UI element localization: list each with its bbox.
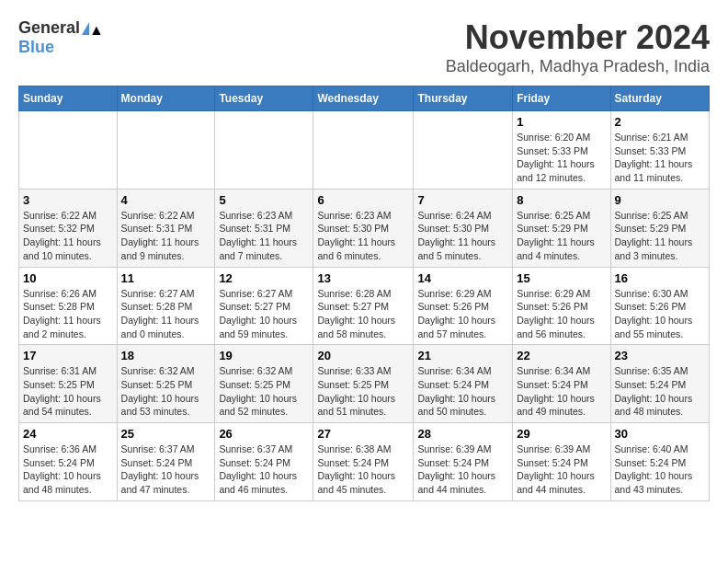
day-number: 11 bbox=[121, 271, 211, 285]
day-number: 7 bbox=[417, 193, 508, 207]
calendar-week-row: 17Sunrise: 6:31 AM Sunset: 5:25 PM Dayli… bbox=[19, 345, 710, 423]
day-info: Sunrise: 6:29 AM Sunset: 5:26 PM Dayligh… bbox=[517, 288, 595, 339]
day-number: 21 bbox=[417, 349, 508, 362]
day-number: 23 bbox=[615, 349, 705, 362]
calendar-cell: 4Sunrise: 6:22 AM Sunset: 5:31 PM Daylig… bbox=[117, 189, 215, 267]
day-number: 4 bbox=[121, 193, 211, 207]
calendar-cell bbox=[414, 111, 513, 190]
calendar-cell: 30Sunrise: 6:40 AM Sunset: 5:24 PM Dayli… bbox=[610, 423, 709, 501]
day-info: Sunrise: 6:30 AM Sunset: 5:26 PM Dayligh… bbox=[615, 288, 693, 339]
calendar-table: SundayMondayTuesdayWednesdayThursdayFrid… bbox=[18, 86, 710, 501]
calendar-week-row: 24Sunrise: 6:36 AM Sunset: 5:24 PM Dayli… bbox=[19, 423, 710, 501]
day-info: Sunrise: 6:20 AM Sunset: 5:33 PM Dayligh… bbox=[517, 132, 595, 183]
calendar-cell: 14Sunrise: 6:29 AM Sunset: 5:26 PM Dayli… bbox=[414, 267, 513, 345]
logo: General ▲ Blue bbox=[18, 18, 89, 57]
day-number: 10 bbox=[23, 271, 113, 285]
day-number: 20 bbox=[317, 349, 409, 362]
calendar-cell: 17Sunrise: 6:31 AM Sunset: 5:25 PM Dayli… bbox=[19, 345, 118, 423]
calendar-cell: 25Sunrise: 6:37 AM Sunset: 5:24 PM Dayli… bbox=[117, 423, 215, 501]
weekday-header: Saturday bbox=[610, 86, 709, 111]
day-number: 2 bbox=[615, 115, 705, 129]
title-section: November 2024 Baldeogarh, Madhya Pradesh… bbox=[446, 18, 710, 76]
day-number: 18 bbox=[121, 349, 211, 362]
calendar-cell: 2Sunrise: 6:21 AM Sunset: 5:33 PM Daylig… bbox=[610, 111, 709, 190]
day-info: Sunrise: 6:39 AM Sunset: 5:24 PM Dayligh… bbox=[517, 443, 595, 495]
calendar-cell: 23Sunrise: 6:35 AM Sunset: 5:24 PM Dayli… bbox=[610, 345, 709, 423]
day-number: 29 bbox=[517, 427, 606, 441]
day-number: 25 bbox=[121, 427, 211, 441]
calendar-cell: 11Sunrise: 6:27 AM Sunset: 5:28 PM Dayli… bbox=[117, 267, 215, 345]
calendar-cell: 19Sunrise: 6:32 AM Sunset: 5:25 PM Dayli… bbox=[215, 345, 313, 423]
day-info: Sunrise: 6:34 AM Sunset: 5:24 PM Dayligh… bbox=[517, 365, 595, 417]
calendar-cell: 27Sunrise: 6:38 AM Sunset: 5:24 PM Dayli… bbox=[313, 423, 414, 501]
calendar-cell: 20Sunrise: 6:33 AM Sunset: 5:25 PM Dayli… bbox=[313, 345, 414, 423]
day-number: 22 bbox=[517, 349, 606, 362]
day-number: 17 bbox=[23, 349, 113, 362]
header: General ▲ Blue November 2024 Baldeogarh,… bbox=[18, 18, 710, 76]
day-number: 15 bbox=[517, 271, 606, 285]
day-info: Sunrise: 6:27 AM Sunset: 5:27 PM Dayligh… bbox=[219, 288, 297, 339]
calendar-cell bbox=[19, 111, 118, 190]
calendar-week-row: 3Sunrise: 6:22 AM Sunset: 5:32 PM Daylig… bbox=[19, 189, 710, 267]
day-number: 27 bbox=[317, 427, 409, 441]
day-info: Sunrise: 6:38 AM Sunset: 5:24 PM Dayligh… bbox=[317, 443, 395, 495]
day-info: Sunrise: 6:36 AM Sunset: 5:24 PM Dayligh… bbox=[23, 443, 101, 495]
day-number: 12 bbox=[219, 271, 309, 285]
calendar-cell: 13Sunrise: 6:28 AM Sunset: 5:27 PM Dayli… bbox=[313, 267, 414, 345]
day-info: Sunrise: 6:33 AM Sunset: 5:25 PM Dayligh… bbox=[317, 365, 395, 417]
day-info: Sunrise: 6:22 AM Sunset: 5:32 PM Dayligh… bbox=[23, 210, 101, 261]
day-number: 9 bbox=[615, 193, 705, 207]
calendar-cell: 6Sunrise: 6:23 AM Sunset: 5:30 PM Daylig… bbox=[313, 189, 414, 267]
day-info: Sunrise: 6:25 AM Sunset: 5:29 PM Dayligh… bbox=[517, 210, 595, 261]
day-info: Sunrise: 6:22 AM Sunset: 5:31 PM Dayligh… bbox=[121, 210, 199, 261]
logo-blue-text: Blue bbox=[18, 38, 54, 57]
calendar-cell: 10Sunrise: 6:26 AM Sunset: 5:28 PM Dayli… bbox=[19, 267, 118, 345]
day-number: 28 bbox=[417, 427, 508, 441]
calendar-cell: 8Sunrise: 6:25 AM Sunset: 5:29 PM Daylig… bbox=[513, 189, 610, 267]
weekday-header: Wednesday bbox=[313, 86, 414, 111]
day-info: Sunrise: 6:40 AM Sunset: 5:24 PM Dayligh… bbox=[615, 443, 693, 495]
calendar-cell: 16Sunrise: 6:30 AM Sunset: 5:26 PM Dayli… bbox=[610, 267, 709, 345]
day-info: Sunrise: 6:37 AM Sunset: 5:24 PM Dayligh… bbox=[121, 443, 199, 495]
day-info: Sunrise: 6:27 AM Sunset: 5:28 PM Dayligh… bbox=[121, 288, 199, 339]
day-info: Sunrise: 6:21 AM Sunset: 5:33 PM Dayligh… bbox=[615, 132, 693, 183]
day-info: Sunrise: 6:28 AM Sunset: 5:27 PM Dayligh… bbox=[317, 288, 395, 339]
day-number: 3 bbox=[23, 193, 113, 207]
calendar-cell: 5Sunrise: 6:23 AM Sunset: 5:31 PM Daylig… bbox=[215, 189, 313, 267]
day-number: 26 bbox=[219, 427, 309, 441]
day-info: Sunrise: 6:35 AM Sunset: 5:24 PM Dayligh… bbox=[615, 365, 693, 417]
calendar-cell: 22Sunrise: 6:34 AM Sunset: 5:24 PM Dayli… bbox=[513, 345, 610, 423]
day-info: Sunrise: 6:31 AM Sunset: 5:25 PM Dayligh… bbox=[23, 365, 101, 417]
day-info: Sunrise: 6:32 AM Sunset: 5:25 PM Dayligh… bbox=[219, 365, 297, 417]
weekday-header: Monday bbox=[117, 86, 215, 111]
calendar-cell: 9Sunrise: 6:25 AM Sunset: 5:29 PM Daylig… bbox=[610, 189, 709, 267]
day-info: Sunrise: 6:24 AM Sunset: 5:30 PM Dayligh… bbox=[417, 210, 495, 261]
day-number: 30 bbox=[615, 427, 705, 441]
calendar-cell: 28Sunrise: 6:39 AM Sunset: 5:24 PM Dayli… bbox=[414, 423, 513, 501]
calendar-cell: 12Sunrise: 6:27 AM Sunset: 5:27 PM Dayli… bbox=[215, 267, 313, 345]
calendar-cell: 15Sunrise: 6:29 AM Sunset: 5:26 PM Dayli… bbox=[513, 267, 610, 345]
day-info: Sunrise: 6:39 AM Sunset: 5:24 PM Dayligh… bbox=[417, 443, 495, 495]
location-title: Baldeogarh, Madhya Pradesh, India bbox=[446, 57, 710, 76]
day-info: Sunrise: 6:32 AM Sunset: 5:25 PM Dayligh… bbox=[121, 365, 199, 417]
calendar-cell: 18Sunrise: 6:32 AM Sunset: 5:25 PM Dayli… bbox=[117, 345, 215, 423]
calendar-cell: 3Sunrise: 6:22 AM Sunset: 5:32 PM Daylig… bbox=[19, 189, 118, 267]
weekday-header: Friday bbox=[513, 86, 610, 111]
month-title: November 2024 bbox=[446, 18, 710, 57]
day-number: 24 bbox=[23, 427, 113, 441]
calendar-cell: 24Sunrise: 6:36 AM Sunset: 5:24 PM Dayli… bbox=[19, 423, 118, 501]
day-number: 1 bbox=[517, 115, 606, 129]
day-number: 8 bbox=[517, 193, 606, 207]
day-info: Sunrise: 6:23 AM Sunset: 5:30 PM Dayligh… bbox=[317, 210, 395, 261]
day-number: 14 bbox=[417, 271, 508, 285]
day-info: Sunrise: 6:29 AM Sunset: 5:26 PM Dayligh… bbox=[417, 288, 495, 339]
calendar-cell: 29Sunrise: 6:39 AM Sunset: 5:24 PM Dayli… bbox=[513, 423, 610, 501]
calendar-cell bbox=[215, 111, 313, 190]
logo-icon: ▲ bbox=[82, 22, 89, 35]
day-number: 13 bbox=[317, 271, 409, 285]
calendar-cell bbox=[313, 111, 414, 190]
weekday-header-row: SundayMondayTuesdayWednesdayThursdayFrid… bbox=[19, 86, 710, 111]
weekday-header: Sunday bbox=[19, 86, 118, 111]
day-number: 5 bbox=[219, 193, 309, 207]
day-info: Sunrise: 6:26 AM Sunset: 5:28 PM Dayligh… bbox=[23, 288, 101, 339]
